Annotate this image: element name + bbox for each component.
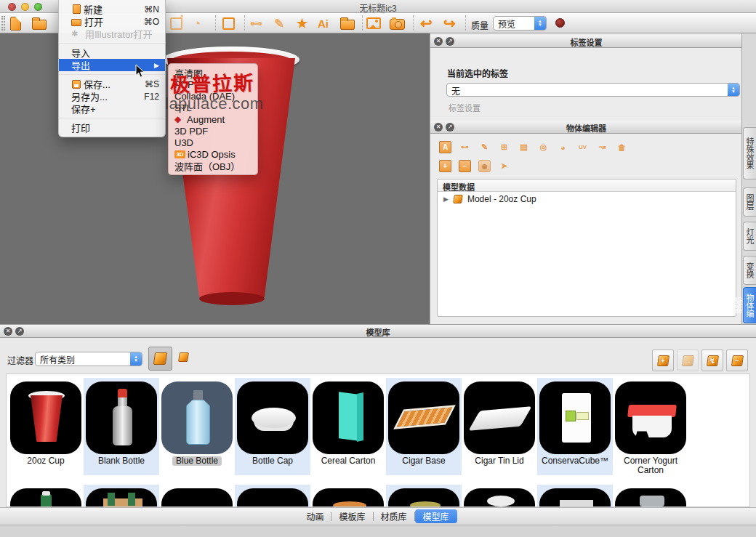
open-with-folder-icon[interactable] bbox=[340, 15, 355, 32]
model-item[interactable] bbox=[84, 485, 159, 507]
menu-item-import[interactable]: 导入 bbox=[59, 47, 165, 59]
favorites-star-icon[interactable]: ★ bbox=[297, 15, 307, 32]
toolbar-drag-handle[interactable] bbox=[1, 16, 5, 31]
add-frame-icon[interactable]: ⊞ bbox=[498, 141, 510, 153]
menu-item-new[interactable]: 新建 ⌘N bbox=[59, 3, 165, 15]
tab-transform[interactable]: 变换 bbox=[743, 256, 756, 285]
edit-pen-icon[interactable]: ✎ bbox=[478, 141, 491, 153]
model-item-label: Cigar Base bbox=[402, 456, 445, 466]
undo-icon[interactable]: ↩ bbox=[420, 15, 433, 32]
tab-template-library[interactable]: 模板库 bbox=[331, 509, 372, 523]
tab-object-editor[interactable]: 物体编辑器 bbox=[743, 287, 756, 323]
tree-row-model[interactable]: ▶ Model - 20oz Cup bbox=[438, 192, 736, 206]
rounded-rect-icon[interactable]: ▤ bbox=[518, 141, 530, 153]
menu-item-open[interactable]: 打开 ⌘O bbox=[59, 15, 165, 28]
tab-lights[interactable]: 灯光 bbox=[743, 222, 756, 251]
model-tree-header: 模型数据 bbox=[438, 179, 736, 192]
model-item[interactable] bbox=[537, 485, 613, 507]
model-item[interactable] bbox=[613, 485, 688, 507]
tab-special-effects[interactable]: 特殊效果 bbox=[743, 127, 756, 179]
tab-animation[interactable]: 动画 bbox=[299, 509, 331, 523]
new-document-icon[interactable] bbox=[10, 15, 21, 32]
label-settings-title: 标签设置 bbox=[430, 36, 742, 48]
snapshot-camera-icon[interactable] bbox=[390, 15, 405, 32]
folder-add-icon[interactable]: + bbox=[439, 160, 451, 172]
sphere-icon[interactable]: ◕ bbox=[557, 141, 569, 153]
menu-item-save[interactable]: 保存... ⌘S bbox=[59, 78, 165, 90]
submenu-item-obj[interactable]: 波阵面（OBJ） bbox=[169, 160, 257, 171]
status-bar bbox=[0, 525, 756, 537]
open-folder-icon[interactable] bbox=[32, 15, 47, 32]
label-select-dropdown[interactable]: 无 ▲▼ bbox=[446, 83, 740, 97]
remove-model-button[interactable]: − bbox=[726, 350, 748, 371]
menu-item-save-as[interactable]: 另存为... F12 bbox=[59, 90, 165, 102]
pen-edit-icon[interactable]: ✎ bbox=[274, 15, 284, 32]
disclosure-triangle-icon[interactable]: ▶ bbox=[443, 195, 449, 203]
stepper-arrows-icon: ▲▼ bbox=[534, 17, 546, 30]
gem-icon bbox=[153, 352, 167, 365]
label-a-icon[interactable]: A bbox=[439, 141, 451, 153]
transform-tool-icon[interactable] bbox=[170, 15, 182, 32]
model-thumb-partial bbox=[313, 488, 384, 507]
library-filter-row: 过滤器 所有类别 ▲▼ + → ↯ − bbox=[0, 338, 756, 374]
model-item[interactable] bbox=[386, 485, 462, 507]
model-item[interactable]: Cigar Tin Lid bbox=[462, 378, 537, 475]
delete-icon[interactable]: 🗑 bbox=[616, 141, 628, 153]
uv-map-icon[interactable]: UV bbox=[576, 141, 589, 153]
tab-model-library[interactable]: 模型库 bbox=[415, 509, 457, 523]
right-panel-column: ✕ ↗ 标签设置 当前选中的标签 无 ▲▼ 标签设置 ✕ ↗ 物体编辑器 bbox=[430, 33, 741, 324]
model-gem-icon bbox=[453, 195, 463, 203]
frame-select-icon[interactable] bbox=[222, 15, 235, 32]
model-item-label: Cereal Carton bbox=[321, 456, 376, 466]
menu-item-open-with-illustrator[interactable]: ✱ 用Illustrator打开 bbox=[59, 28, 165, 40]
tab-material-library[interactable]: 材质库 bbox=[374, 509, 414, 523]
model-item[interactable]: ConservaCube™ bbox=[537, 378, 613, 475]
import-model-button[interactable]: ↯ bbox=[701, 350, 723, 371]
model-item[interactable] bbox=[235, 485, 310, 507]
render-image-icon[interactable] bbox=[366, 15, 381, 32]
model-item[interactable] bbox=[310, 485, 386, 507]
menu-item-export[interactable]: 导出 ▶ bbox=[59, 59, 165, 71]
tab-layers[interactable]: 图层 bbox=[743, 187, 756, 217]
object-editor-panel: ✕ ↗ 物体编辑器 A ⊷ ✎ ⊞ ▤ ◎ ◕ UV ↝ 🗑 + bbox=[430, 121, 742, 324]
sphere-view-icon[interactable]: ◔ bbox=[193, 15, 201, 32]
small-icons-view-icon[interactable] bbox=[178, 352, 189, 362]
menu-item-save-plus[interactable]: 保存+ bbox=[59, 102, 165, 115]
model-item[interactable] bbox=[8, 485, 84, 507]
export-model-button[interactable]: → bbox=[677, 350, 699, 371]
menu-item-print[interactable]: 打印 bbox=[59, 121, 165, 134]
spheres-icon[interactable]: ◎ bbox=[537, 141, 550, 153]
pointer-add-icon[interactable]: ➤ bbox=[498, 160, 510, 172]
menu-separator bbox=[59, 118, 165, 118]
submenu-item-augment[interactable]: ◆ Augment bbox=[169, 113, 257, 125]
model-item[interactable]: Corner Yogurt Carton bbox=[613, 378, 688, 475]
model-item[interactable]: Blank Bottle bbox=[84, 378, 159, 475]
model-item[interactable]: Cereal Carton bbox=[310, 378, 386, 475]
curve-icon[interactable]: ↝ bbox=[596, 141, 608, 153]
folder-remove-icon[interactable]: − bbox=[459, 160, 471, 172]
model-item[interactable] bbox=[462, 485, 537, 507]
tree-item-label: Model - 20oz Cup bbox=[467, 194, 536, 204]
model-item-selected[interactable]: Blue Bottle bbox=[159, 378, 235, 475]
current-label-caption: 当前选中的标签 bbox=[447, 67, 508, 79]
add-model-button[interactable]: + bbox=[652, 350, 674, 371]
model-thumb-partial bbox=[10, 488, 81, 507]
model-item[interactable]: Bottle Cap bbox=[235, 378, 310, 475]
quality-dropdown[interactable]: 预览 ▲▼ bbox=[493, 16, 547, 31]
large-icons-view-button[interactable] bbox=[148, 347, 172, 371]
record-dot-icon[interactable] bbox=[555, 18, 565, 28]
pill-shape-icon[interactable]: ⊷ bbox=[250, 15, 262, 32]
pill-icon[interactable]: ⊷ bbox=[459, 141, 471, 153]
illustrator-link-icon[interactable]: Ai bbox=[318, 15, 329, 32]
submenu-item-u3d[interactable]: U3D bbox=[169, 137, 257, 148]
submenu-item-3d-pdf[interactable]: 3D PDF bbox=[169, 125, 257, 137]
visibility-box-icon[interactable]: ◉ bbox=[478, 160, 491, 172]
model-item[interactable]: Cigar Base bbox=[386, 378, 462, 475]
file-menu: 新建 ⌘N 打开 ⌘O ✱ 用Illustrator打开 导入 导出 ▶ 保存.… bbox=[58, 0, 166, 137]
category-filter-dropdown[interactable]: 所有类别 ▲▼ bbox=[35, 352, 142, 366]
model-thumb-conservacube bbox=[539, 381, 611, 454]
redo-icon[interactable]: ↪ bbox=[443, 15, 456, 32]
mouse-cursor bbox=[135, 64, 145, 81]
model-item[interactable] bbox=[159, 485, 235, 507]
model-item[interactable]: 20oz Cup bbox=[8, 378, 84, 475]
